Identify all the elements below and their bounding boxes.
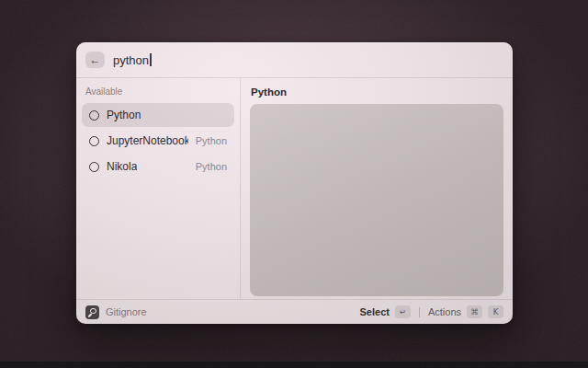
actions-label: Actions	[428, 306, 461, 317]
magnifier-handle-icon	[88, 313, 92, 316]
extension-name: Gitignore	[106, 306, 147, 317]
code-line	[257, 147, 496, 156]
select-button[interactable]: Select ↵	[360, 305, 411, 318]
k-key-icon: K	[488, 305, 503, 318]
list-item[interactable]: Python	[82, 103, 234, 127]
gitignore-extension-icon	[85, 305, 99, 319]
arrow-left-icon: ←	[90, 53, 101, 66]
screen-bottom-strip	[0, 362, 588, 368]
status-bar: Gitignore Select ↵ Actions ⌘ K	[76, 299, 513, 324]
back-button[interactable]: ←	[85, 52, 105, 68]
text-caret	[150, 53, 152, 66]
code-line	[257, 156, 496, 166]
code-line	[257, 129, 496, 138]
footer-actions: Select ↵ Actions ⌘ K	[360, 305, 504, 318]
list-item[interactable]: Nikola Python	[82, 155, 234, 178]
code-line	[257, 138, 496, 147]
return-key-icon: ↵	[395, 305, 411, 318]
section-header: Available	[82, 84, 234, 103]
results-list: Available Python JupyterNotebooks Python…	[76, 78, 241, 299]
search-bar: ← python	[76, 42, 513, 77]
code-line	[257, 242, 496, 251]
search-input[interactable]: python	[113, 53, 152, 67]
code-line	[257, 195, 496, 204]
code-line	[257, 176, 496, 185]
code-line	[257, 213, 496, 223]
code-line	[257, 270, 496, 280]
list-item-secondary-label: Python	[196, 161, 227, 172]
list-item-label: Nikola	[107, 160, 137, 173]
search-value: python	[113, 53, 149, 67]
list-item-label: Python	[107, 109, 141, 121]
code-line	[257, 109, 496, 119]
code-line	[257, 119, 496, 128]
gitignore-preview[interactable]	[250, 104, 503, 296]
list-item[interactable]: JupyterNotebooks Python	[82, 129, 234, 153]
code-line	[257, 185, 496, 194]
list-item-secondary-label: Python	[196, 135, 227, 146]
code-line	[257, 167, 496, 176]
detail-panel: Python	[241, 78, 513, 299]
code-line	[257, 261, 496, 270]
circle-icon	[89, 136, 99, 146]
detail-title: Python	[250, 85, 503, 104]
select-label: Select	[360, 306, 390, 317]
circle-icon	[89, 110, 99, 121]
list-item-label: JupyterNotebooks	[107, 134, 188, 147]
window-body: Available Python JupyterNotebooks Python…	[76, 78, 513, 299]
launcher-window: ← python Available Python JupyterNoteboo…	[76, 42, 513, 324]
footer-divider	[419, 307, 420, 317]
desktop-background: ← python Available Python JupyterNoteboo…	[0, 0, 588, 368]
code-line	[257, 280, 496, 289]
code-line	[257, 204, 496, 213]
command-key-icon: ⌘	[467, 305, 482, 318]
circle-icon	[89, 162, 99, 172]
code-line	[257, 251, 496, 260]
code-line	[257, 290, 496, 296]
code-line	[257, 224, 496, 233]
code-line	[257, 233, 496, 242]
actions-button[interactable]: Actions ⌘ K	[428, 305, 503, 318]
